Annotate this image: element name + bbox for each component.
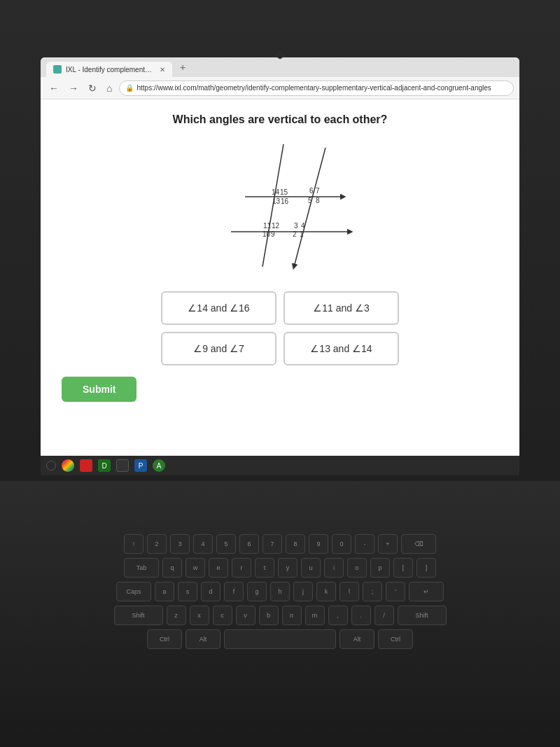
key-4[interactable]: 4: [193, 534, 213, 554]
home-button[interactable]: ⌂: [104, 81, 115, 95]
key-w[interactable]: w: [186, 558, 205, 578]
key-minus[interactable]: -: [355, 534, 374, 554]
svg-text:13: 13: [272, 197, 281, 205]
key-bracket-close[interactable]: ]: [416, 558, 436, 578]
key-h[interactable]: h: [270, 582, 290, 601]
svg-text:3: 3: [294, 222, 298, 230]
submit-button[interactable]: Submit: [62, 377, 136, 402]
back-button[interactable]: ←: [46, 81, 62, 95]
key-8[interactable]: 8: [286, 534, 305, 554]
key-t[interactable]: t: [255, 558, 274, 578]
key-p[interactable]: p: [370, 558, 390, 578]
svg-text:8: 8: [316, 197, 320, 204]
key-k[interactable]: k: [316, 582, 336, 601]
key-m[interactable]: m: [305, 606, 325, 625]
browser-tab[interactable]: IXL - Identify complementary, su... ✕: [46, 62, 172, 77]
svg-text:7: 7: [316, 187, 320, 195]
taskbar: D P A: [41, 456, 519, 475]
key-j[interactable]: j: [293, 582, 313, 601]
address-bar: ← → ↻ ⌂ 🔒 https://www.ixl.com/math/geome…: [41, 77, 519, 99]
svg-text:11: 11: [263, 222, 272, 230]
key-slash[interactable]: /: [374, 606, 394, 625]
url-input[interactable]: 🔒 https://www.ixl.com/math/geometry/iden…: [119, 81, 514, 96]
webcam: [276, 52, 284, 59]
taskbar-icon-3[interactable]: D: [98, 459, 111, 472]
laptop-body: IXL - Identify complementary, su... ✕ + …: [0, 0, 560, 747]
key-e[interactable]: e: [209, 558, 228, 578]
keyboard-row-2: Tab q w e r t y u i o p [ ]: [21, 558, 539, 578]
key-o[interactable]: o: [347, 558, 367, 578]
key-0[interactable]: 0: [332, 534, 351, 554]
keyboard-row-1: ! 2 3 4 5 6 7 8 9 0 - + ⌫: [21, 534, 539, 554]
tab-label: IXL - Identify complementary, su...: [66, 66, 153, 74]
key-alt-right[interactable]: Alt: [340, 629, 374, 649]
key-5[interactable]: 5: [216, 534, 236, 554]
key-ctrl-left[interactable]: Ctrl: [147, 629, 182, 649]
svg-text:4: 4: [301, 222, 305, 230]
key-g[interactable]: g: [247, 582, 267, 601]
key-z[interactable]: z: [167, 606, 186, 625]
key-b[interactable]: b: [259, 606, 279, 625]
key-comma[interactable]: ,: [328, 606, 348, 625]
key-1[interactable]: !: [124, 534, 144, 554]
key-shift-right[interactable]: Shift: [398, 606, 447, 625]
key-9[interactable]: 9: [309, 534, 328, 554]
svg-line-3: [294, 148, 326, 267]
forward-button[interactable]: →: [66, 81, 81, 95]
key-l[interactable]: l: [340, 582, 359, 601]
key-backspace[interactable]: ⌫: [401, 534, 436, 554]
reload-button[interactable]: ↻: [85, 81, 99, 95]
option-4-button[interactable]: ∠13 and ∠14: [284, 332, 399, 365]
key-i[interactable]: i: [324, 558, 344, 578]
svg-text:14: 14: [272, 188, 280, 196]
key-x[interactable]: x: [190, 606, 209, 625]
key-caps[interactable]: Caps: [116, 582, 151, 601]
taskbar-icon-4[interactable]: [116, 459, 129, 472]
svg-text:2: 2: [293, 230, 297, 238]
key-tab[interactable]: Tab: [124, 558, 159, 578]
key-3[interactable]: 3: [170, 534, 190, 554]
question-text: Which angles are vertical to each other?: [173, 113, 388, 126]
geometry-diagram: 14 15 13 16 6 7 5 8 11 12 10 9 3 4: [203, 137, 357, 277]
keyboard-row-5: Ctrl Alt Alt Ctrl: [21, 629, 539, 649]
browser-window: IXL - Identify complementary, su... ✕ + …: [41, 57, 519, 475]
key-f[interactable]: f: [224, 582, 244, 601]
option-2-button[interactable]: ∠11 and ∠3: [284, 291, 399, 325]
svg-text:12: 12: [272, 222, 280, 230]
key-q[interactable]: q: [162, 558, 182, 578]
key-enter[interactable]: ↵: [409, 582, 444, 601]
key-plus[interactable]: +: [378, 534, 398, 554]
key-period[interactable]: .: [351, 606, 371, 625]
key-shift-left[interactable]: Shift: [114, 606, 163, 625]
page-content: Which angles are vertical to each other?: [41, 99, 519, 475]
key-c[interactable]: c: [213, 606, 232, 625]
new-tab-button[interactable]: +: [175, 61, 190, 74]
taskbar-icon-5[interactable]: P: [134, 459, 147, 472]
svg-text:1: 1: [300, 230, 304, 238]
taskbar-icon-2[interactable]: [80, 459, 92, 472]
key-quote[interactable]: ': [386, 582, 405, 601]
key-r[interactable]: r: [232, 558, 251, 578]
key-y[interactable]: y: [278, 558, 298, 578]
key-space[interactable]: [224, 629, 336, 649]
taskbar-icon-6[interactable]: A: [153, 459, 165, 472]
tab-favicon: [53, 65, 62, 74]
key-6[interactable]: 6: [239, 534, 259, 554]
key-alt-left[interactable]: Alt: [186, 629, 220, 649]
key-ctrl-right[interactable]: Ctrl: [378, 629, 413, 649]
svg-text:16: 16: [281, 197, 289, 205]
option-3-button[interactable]: ∠9 and ∠7: [161, 332, 276, 365]
key-u[interactable]: u: [301, 558, 321, 578]
taskbar-chrome-icon[interactable]: [62, 459, 74, 472]
key-bracket-open[interactable]: [: [393, 558, 413, 578]
key-2[interactable]: 2: [147, 534, 167, 554]
key-v[interactable]: v: [236, 606, 255, 625]
key-s[interactable]: s: [178, 582, 197, 601]
key-d[interactable]: d: [201, 582, 220, 601]
option-1-button[interactable]: ∠14 and ∠16: [161, 291, 276, 325]
key-a[interactable]: a: [155, 582, 174, 601]
key-n[interactable]: n: [282, 606, 302, 625]
tab-close-btn[interactable]: ✕: [160, 66, 165, 74]
key-semicolon[interactable]: ;: [363, 582, 382, 601]
key-7[interactable]: 7: [262, 534, 282, 554]
